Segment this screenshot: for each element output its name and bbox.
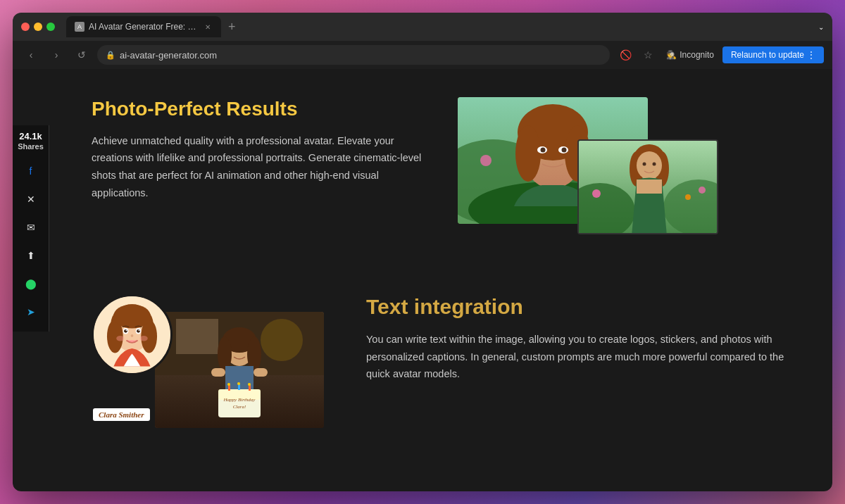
svg-rect-46 (249, 385, 251, 391)
svg-point-4 (480, 155, 492, 166)
text-integration-title: Text integration (366, 294, 790, 320)
active-tab[interactable]: A AI Avatar Generator Free: Cre... ✕ (66, 16, 221, 37)
maximize-window-button[interactable] (46, 23, 55, 31)
incognito-icon: 🕵 (666, 50, 677, 60)
portrait-image-2 (577, 139, 718, 234)
svg-point-61 (139, 329, 140, 331)
avatar-circle (92, 294, 173, 375)
svg-point-47 (227, 383, 230, 386)
tab-favicon: A (75, 22, 84, 32)
svg-rect-28 (637, 179, 662, 194)
svg-point-27 (653, 163, 656, 166)
birthday-photo: Happy Birthday Clara! (155, 312, 324, 428)
social-sidebar: 24.1k Shares f ✕ ✉ ⬆ ⬤ ➤ (13, 125, 49, 332)
svg-rect-31 (176, 319, 218, 354)
minimize-window-button[interactable] (34, 23, 42, 31)
text-integration-description: You can write text within the image, all… (366, 331, 790, 383)
svg-point-64 (139, 336, 147, 341)
browser-window: A AI Avatar Generator Free: Cre... ✕ + ⌄… (13, 13, 832, 491)
photo-perfect-section: Photo-Perfect Results Achieve unmatched … (92, 97, 790, 252)
back-button[interactable]: ‹ (21, 45, 41, 65)
svg-point-20 (699, 187, 706, 194)
tab-bar: A AI Avatar Generator Free: Cre... ✕ + (66, 16, 813, 37)
avatar-svg (94, 294, 170, 375)
whatsapp-share-button[interactable]: ⬤ (18, 271, 44, 296)
svg-point-55 (113, 304, 151, 328)
svg-point-19 (592, 189, 601, 198)
avatar-name-label: Clara Smither (93, 408, 150, 421)
camera-off-icon[interactable]: 🚫 (615, 45, 635, 65)
browser-toolbar: ‹ › ↺ 🔒 ai-avatar-generator.com 🚫 ☆ 🕵 In… (13, 41, 832, 69)
svg-point-60 (125, 329, 127, 331)
tab-close-button[interactable]: ✕ (203, 22, 213, 32)
photo-perfect-title: Photo-Perfect Results (92, 97, 430, 121)
twitter-share-button[interactable]: ✕ (18, 187, 44, 212)
svg-point-49 (248, 383, 251, 386)
svg-point-63 (116, 336, 124, 341)
browser-content: 24.1k Shares f ✕ ✉ ⬆ ⬤ ➤ Photo-Perfect R… (13, 69, 832, 491)
reload-button[interactable]: ↺ (72, 45, 92, 65)
forward-button[interactable]: › (46, 45, 66, 65)
lock-icon: 🔒 (106, 51, 115, 60)
portrait-svg-2 (579, 141, 718, 234)
svg-point-59 (137, 329, 140, 333)
svg-rect-39 (254, 368, 268, 377)
incognito-indicator: 🕵 Incognito (661, 47, 720, 63)
toolbar-actions: 🚫 ☆ 🕵 Incognito Relaunch to update ⋮ (615, 45, 824, 65)
relaunch-chevron-icon: ⋮ (807, 50, 815, 60)
share-count: 24.1k Shares (18, 131, 44, 151)
svg-rect-38 (211, 368, 225, 377)
facebook-share-button[interactable]: f (18, 158, 44, 184)
relaunch-button[interactable]: Relaunch to update ⋮ (722, 46, 824, 63)
url-text: ai-avatar-generator.com (120, 50, 217, 61)
photo-perfect-text: Photo-Perfect Results Achieve unmatched … (92, 97, 430, 201)
svg-point-26 (643, 163, 646, 166)
svg-point-21 (685, 194, 691, 200)
svg-rect-44 (228, 385, 230, 391)
address-bar[interactable]: 🔒 ai-avatar-generator.com (97, 45, 610, 65)
email-share-button[interactable]: ✉ (18, 215, 44, 240)
close-window-button[interactable] (21, 23, 30, 31)
main-content: Photo-Perfect Results Achieve unmatched … (49, 69, 832, 491)
svg-point-62 (131, 334, 134, 337)
text-integration-section: Happy Birthday Clara! (92, 294, 790, 435)
text-integration-text: Text integration You can write text with… (366, 294, 790, 383)
incognito-label: Incognito (680, 50, 714, 60)
photo-perfect-description: Achieve unmatched quality with a profess… (92, 132, 430, 202)
browser-menu-button[interactable]: ⌄ (818, 23, 824, 31)
text-integration-images: Happy Birthday Clara! (92, 294, 338, 435)
traffic-lights (21, 23, 55, 31)
relaunch-label: Relaunch to update (731, 50, 804, 60)
generic-share-button[interactable]: ⬆ (18, 243, 44, 268)
svg-point-25 (637, 151, 662, 179)
svg-point-9 (515, 125, 541, 182)
svg-point-48 (237, 382, 240, 385)
photo-perfect-images (458, 97, 725, 252)
svg-point-32 (261, 319, 303, 361)
svg-rect-45 (238, 384, 240, 390)
svg-text:Clara!: Clara! (233, 404, 246, 410)
svg-point-14 (562, 148, 567, 153)
browser-titlebar: A AI Avatar Generator Free: Cre... ✕ + ⌄ (13, 13, 832, 41)
svg-text:Happy Birthday: Happy Birthday (223, 397, 256, 403)
new-tab-button[interactable]: + (224, 20, 240, 33)
bookmark-button[interactable]: ☆ (638, 45, 658, 65)
tab-title: AI Avatar Generator Free: Cre... (89, 22, 199, 32)
svg-point-58 (124, 329, 127, 333)
telegram-share-button[interactable]: ➤ (18, 299, 44, 325)
birthday-svg: Happy Birthday Clara! (155, 312, 324, 428)
svg-point-13 (541, 148, 546, 153)
